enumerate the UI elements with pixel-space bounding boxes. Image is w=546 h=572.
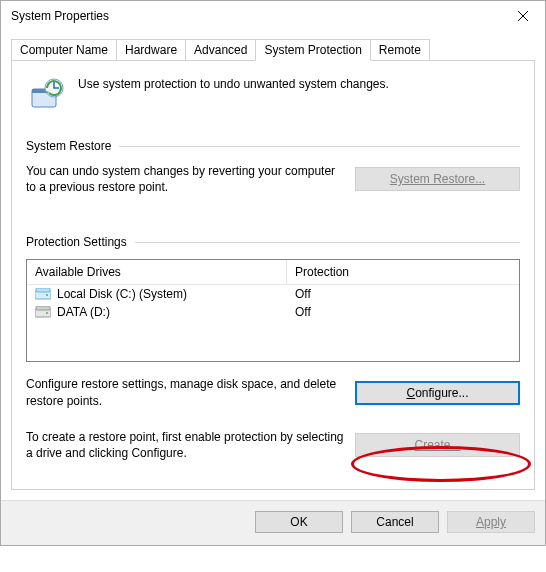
apply-button[interactable]: Apply	[447, 511, 535, 533]
tab-system-protection[interactable]: System Protection	[255, 39, 370, 61]
tab-computer-name[interactable]: Computer Name	[11, 39, 117, 60]
drive-icon	[35, 288, 51, 300]
tab-remote[interactable]: Remote	[370, 39, 430, 60]
close-icon	[518, 11, 528, 21]
cancel-button[interactable]: Cancel	[351, 511, 439, 533]
window-title: System Properties	[11, 9, 109, 23]
create-button[interactable]: Create...	[355, 433, 520, 457]
title-bar: System Properties	[1, 1, 545, 31]
close-button[interactable]	[500, 1, 545, 31]
divider	[135, 242, 520, 243]
col-header-protection[interactable]: Protection	[287, 260, 519, 284]
tab-panel-system-protection: Use system protection to undo unwanted s…	[11, 61, 535, 490]
svg-point-10	[46, 312, 48, 314]
col-header-drives[interactable]: Available Drives	[27, 260, 287, 284]
svg-rect-9	[36, 306, 50, 310]
configure-button[interactable]: Configure...	[355, 381, 520, 405]
table-header: Available Drives Protection	[27, 260, 519, 285]
drive-protection: Off	[287, 305, 519, 319]
svg-point-7	[46, 294, 48, 296]
drives-table: Available Drives Protection	[26, 259, 520, 362]
table-row[interactable]: Local Disk (C:) (System) Off	[27, 285, 519, 303]
dialog-footer: OK Cancel Apply	[1, 500, 545, 545]
drive-name: Local Disk (C:) (System)	[57, 287, 187, 301]
ok-button[interactable]: OK	[255, 511, 343, 533]
drive-icon	[35, 306, 51, 318]
tab-strip: Computer Name Hardware Advanced System P…	[11, 39, 535, 61]
tab-advanced[interactable]: Advanced	[185, 39, 256, 60]
configure-desc: Configure restore settings, manage disk …	[26, 376, 345, 408]
intro-text: Use system protection to undo unwanted s…	[78, 77, 389, 91]
divider	[119, 146, 520, 147]
create-desc: To create a restore point, first enable …	[26, 429, 345, 461]
protection-settings-heading: Protection Settings	[26, 235, 127, 249]
svg-rect-6	[36, 288, 50, 292]
table-row[interactable]: DATA (D:) Off	[27, 303, 519, 321]
system-restore-heading: System Restore	[26, 139, 111, 153]
drive-protection: Off	[287, 287, 519, 301]
system-protection-icon	[26, 77, 66, 117]
system-restore-button[interactable]: System Restore...	[355, 167, 520, 191]
tab-hardware[interactable]: Hardware	[116, 39, 186, 60]
system-restore-desc: You can undo system changes by reverting…	[26, 163, 345, 195]
drive-name: DATA (D:)	[57, 305, 110, 319]
